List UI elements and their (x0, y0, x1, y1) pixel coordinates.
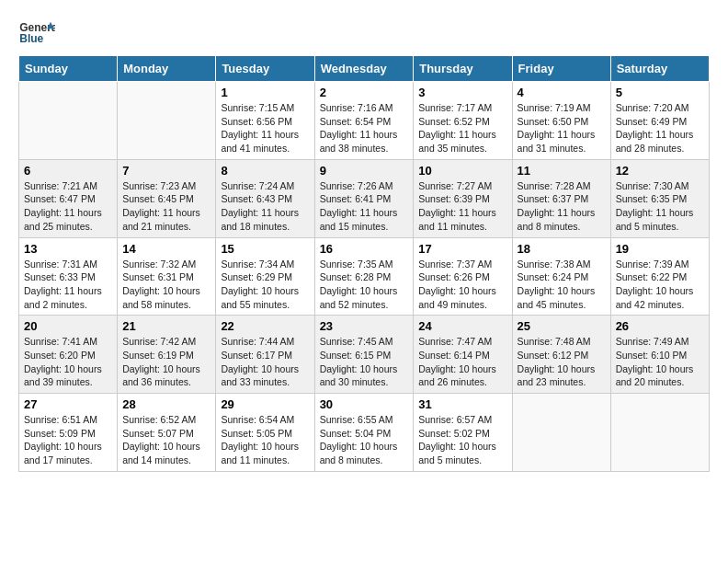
weekday-header-saturday: Saturday (610, 56, 709, 82)
day-info: Sunrise: 7:16 AM Sunset: 6:54 PM Dayligh… (320, 101, 409, 155)
day-info: Sunrise: 6:57 AM Sunset: 5:02 PM Dayligh… (418, 413, 506, 467)
day-number: 28 (122, 397, 210, 411)
weekday-header-tuesday: Tuesday (216, 56, 314, 82)
page-header: General Blue (18, 18, 710, 46)
day-info: Sunrise: 7:42 AM Sunset: 6:19 PM Dayligh… (122, 335, 210, 389)
calendar-week-3: 13Sunrise: 7:31 AM Sunset: 6:33 PM Dayli… (19, 237, 710, 316)
calendar-cell: 27Sunrise: 6:51 AM Sunset: 5:09 PM Dayli… (19, 394, 118, 472)
day-number: 13 (24, 242, 112, 256)
day-info: Sunrise: 7:21 AM Sunset: 6:47 PM Dayligh… (24, 179, 112, 234)
calendar-cell (118, 82, 216, 160)
day-number: 26 (616, 319, 704, 333)
calendar-week-1: 1Sunrise: 7:15 AM Sunset: 6:56 PM Daylig… (19, 82, 710, 160)
calendar-cell: 19Sunrise: 7:39 AM Sunset: 6:22 PM Dayli… (610, 237, 709, 316)
day-info: Sunrise: 6:52 AM Sunset: 5:07 PM Dayligh… (122, 413, 210, 467)
day-info: Sunrise: 7:32 AM Sunset: 6:31 PM Dayligh… (122, 258, 210, 312)
calendar-cell: 6Sunrise: 7:21 AM Sunset: 6:47 PM Daylig… (19, 159, 118, 237)
calendar-cell: 21Sunrise: 7:42 AM Sunset: 6:19 PM Dayli… (118, 316, 216, 394)
day-number: 20 (24, 319, 112, 333)
day-number: 27 (24, 397, 112, 411)
day-number: 19 (616, 242, 704, 256)
day-info: Sunrise: 7:28 AM Sunset: 6:37 PM Dayligh… (518, 179, 606, 234)
day-number: 8 (221, 164, 309, 178)
day-info: Sunrise: 7:27 AM Sunset: 6:39 PM Dayligh… (418, 179, 506, 234)
calendar-cell: 20Sunrise: 7:41 AM Sunset: 6:20 PM Dayli… (19, 316, 118, 394)
calendar-cell: 7Sunrise: 7:23 AM Sunset: 6:45 PM Daylig… (118, 159, 216, 237)
calendar-cell: 31Sunrise: 6:57 AM Sunset: 5:02 PM Dayli… (414, 394, 512, 472)
calendar-week-4: 20Sunrise: 7:41 AM Sunset: 6:20 PM Dayli… (19, 316, 710, 394)
calendar-table: SundayMondayTuesdayWednesdayThursdayFrid… (18, 55, 710, 472)
calendar-cell: 12Sunrise: 7:30 AM Sunset: 6:35 PM Dayli… (610, 159, 709, 237)
day-info: Sunrise: 7:34 AM Sunset: 6:29 PM Dayligh… (221, 258, 309, 312)
calendar-cell: 9Sunrise: 7:26 AM Sunset: 6:41 PM Daylig… (314, 159, 414, 237)
day-number: 22 (221, 319, 309, 333)
generalblue-logo-icon: General Blue (18, 18, 55, 46)
day-number: 23 (320, 319, 409, 333)
calendar-cell: 14Sunrise: 7:32 AM Sunset: 6:31 PM Dayli… (118, 237, 216, 316)
day-info: Sunrise: 7:20 AM Sunset: 6:49 PM Dayligh… (616, 101, 704, 155)
calendar-cell: 10Sunrise: 7:27 AM Sunset: 6:39 PM Dayli… (414, 159, 512, 237)
day-number: 1 (221, 86, 309, 99)
day-info: Sunrise: 7:31 AM Sunset: 6:33 PM Dayligh… (24, 258, 112, 312)
calendar-cell: 11Sunrise: 7:28 AM Sunset: 6:37 PM Dayli… (512, 159, 610, 237)
calendar-week-2: 6Sunrise: 7:21 AM Sunset: 6:47 PM Daylig… (19, 159, 710, 237)
calendar-cell: 22Sunrise: 7:44 AM Sunset: 6:17 PM Dayli… (216, 316, 314, 394)
day-number: 11 (518, 164, 606, 178)
day-number: 24 (418, 319, 506, 333)
calendar-week-5: 27Sunrise: 6:51 AM Sunset: 5:09 PM Dayli… (19, 394, 710, 472)
calendar-cell: 1Sunrise: 7:15 AM Sunset: 6:56 PM Daylig… (216, 82, 314, 160)
calendar-cell: 28Sunrise: 6:52 AM Sunset: 5:07 PM Dayli… (118, 394, 216, 472)
calendar-cell: 2Sunrise: 7:16 AM Sunset: 6:54 PM Daylig… (314, 82, 414, 160)
calendar-cell: 29Sunrise: 6:54 AM Sunset: 5:05 PM Dayli… (216, 394, 314, 472)
day-info: Sunrise: 7:41 AM Sunset: 6:20 PM Dayligh… (24, 335, 112, 389)
calendar-cell: 26Sunrise: 7:49 AM Sunset: 6:10 PM Dayli… (610, 316, 709, 394)
day-info: Sunrise: 7:15 AM Sunset: 6:56 PM Dayligh… (221, 101, 309, 155)
day-info: Sunrise: 7:24 AM Sunset: 6:43 PM Dayligh… (221, 179, 309, 234)
day-info: Sunrise: 7:35 AM Sunset: 6:28 PM Dayligh… (320, 258, 409, 312)
weekday-header-monday: Monday (118, 56, 216, 82)
day-number: 6 (24, 164, 112, 178)
day-info: Sunrise: 7:47 AM Sunset: 6:14 PM Dayligh… (418, 335, 506, 389)
day-number: 30 (320, 397, 409, 411)
day-info: Sunrise: 7:44 AM Sunset: 6:17 PM Dayligh… (221, 335, 309, 389)
day-info: Sunrise: 7:26 AM Sunset: 6:41 PM Dayligh… (320, 179, 409, 234)
weekday-header-row: SundayMondayTuesdayWednesdayThursdayFrid… (19, 56, 710, 82)
day-number: 5 (616, 86, 704, 99)
calendar-cell: 5Sunrise: 7:20 AM Sunset: 6:49 PM Daylig… (610, 82, 709, 160)
day-number: 4 (518, 86, 606, 99)
calendar-cell: 15Sunrise: 7:34 AM Sunset: 6:29 PM Dayli… (216, 237, 314, 316)
day-info: Sunrise: 7:30 AM Sunset: 6:35 PM Dayligh… (616, 179, 704, 234)
day-info: Sunrise: 7:17 AM Sunset: 6:52 PM Dayligh… (418, 101, 506, 155)
calendar-cell: 25Sunrise: 7:48 AM Sunset: 6:12 PM Dayli… (512, 316, 610, 394)
day-info: Sunrise: 6:54 AM Sunset: 5:05 PM Dayligh… (221, 413, 309, 467)
day-info: Sunrise: 7:38 AM Sunset: 6:24 PM Dayligh… (518, 258, 606, 312)
day-number: 10 (418, 164, 506, 178)
calendar-cell: 18Sunrise: 7:38 AM Sunset: 6:24 PM Dayli… (512, 237, 610, 316)
calendar-cell (610, 394, 709, 472)
day-number: 3 (418, 86, 506, 99)
day-number: 16 (320, 242, 409, 256)
day-info: Sunrise: 7:39 AM Sunset: 6:22 PM Dayligh… (616, 258, 704, 312)
calendar-cell: 24Sunrise: 7:47 AM Sunset: 6:14 PM Dayli… (414, 316, 512, 394)
weekday-header-sunday: Sunday (19, 56, 118, 82)
day-number: 18 (518, 242, 606, 256)
day-number: 29 (221, 397, 309, 411)
day-info: Sunrise: 7:23 AM Sunset: 6:45 PM Dayligh… (122, 179, 210, 234)
calendar-cell: 30Sunrise: 6:55 AM Sunset: 5:04 PM Dayli… (314, 394, 414, 472)
day-number: 2 (320, 86, 409, 99)
day-number: 12 (616, 164, 704, 178)
weekday-header-thursday: Thursday (414, 56, 512, 82)
calendar-cell: 8Sunrise: 7:24 AM Sunset: 6:43 PM Daylig… (216, 159, 314, 237)
calendar-cell: 17Sunrise: 7:37 AM Sunset: 6:26 PM Dayli… (414, 237, 512, 316)
weekday-header-wednesday: Wednesday (314, 56, 414, 82)
calendar-cell: 13Sunrise: 7:31 AM Sunset: 6:33 PM Dayli… (19, 237, 118, 316)
calendar-cell: 16Sunrise: 7:35 AM Sunset: 6:28 PM Dayli… (314, 237, 414, 316)
svg-text:Blue: Blue (19, 32, 43, 45)
calendar-cell (19, 82, 118, 160)
day-number: 7 (122, 164, 210, 178)
day-info: Sunrise: 6:55 AM Sunset: 5:04 PM Dayligh… (320, 413, 409, 467)
day-info: Sunrise: 7:19 AM Sunset: 6:50 PM Dayligh… (518, 101, 606, 155)
day-number: 21 (122, 319, 210, 333)
calendar-cell: 23Sunrise: 7:45 AM Sunset: 6:15 PM Dayli… (314, 316, 414, 394)
day-info: Sunrise: 7:48 AM Sunset: 6:12 PM Dayligh… (518, 335, 606, 389)
